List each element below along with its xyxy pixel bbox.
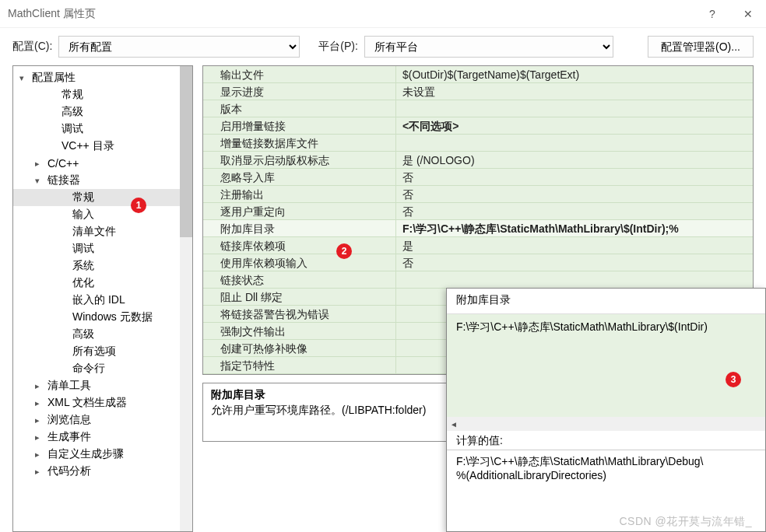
tree-item-label: 清单工具 [47, 379, 91, 393]
property-row[interactable]: 链接状态 [203, 271, 753, 289]
tree-item[interactable]: 高级 [13, 103, 180, 121]
platform-label: 平台(P): [318, 40, 358, 54]
tree-item-label: 系统 [72, 259, 94, 273]
tree-item-label: 常规 [72, 191, 94, 205]
tree-item[interactable]: 命令行 [13, 360, 180, 377]
property-row[interactable]: 注册输出否 [203, 186, 753, 203]
scroll-left-icon[interactable]: ◄ [447, 417, 461, 431]
platform-select[interactable]: 所有平台 [364, 36, 613, 58]
tree-scrollbar[interactable] [180, 66, 192, 531]
tree-item[interactable]: ▸生成事件 [13, 429, 180, 446]
property-value[interactable]: $(OutDir)$(TargetName)$(TargetExt) [396, 66, 753, 83]
property-name: 使用库依赖项输入 [203, 254, 396, 271]
config-manager-button[interactable]: 配置管理器(O)... [648, 36, 754, 58]
property-value[interactable]: 是 [396, 237, 753, 254]
property-row[interactable]: 使用库依赖项输入否 [203, 254, 753, 271]
property-name: 版本 [203, 100, 396, 117]
tree-item[interactable]: ▸浏览信息 [13, 411, 180, 429]
property-value[interactable]: <不同选项> [396, 117, 753, 135]
tree-item-label: VC++ 目录 [61, 139, 114, 153]
config-select[interactable]: 所有配置 [58, 36, 300, 58]
tree-item-label: 命令行 [72, 362, 105, 376]
property-value[interactable]: F:\学习\C++\静态库\StaticMath\MathLibrary\$(I… [396, 220, 753, 237]
property-row[interactable]: 忽略导入库否 [203, 169, 753, 186]
tree-item[interactable]: ▸代码分析 [13, 463, 180, 480]
property-row[interactable]: 启用增量链接<不同选项> [203, 117, 753, 135]
property-row[interactable]: 链接库依赖项是 [203, 237, 753, 254]
property-name: 启用增量链接 [203, 117, 396, 135]
property-name: 显示进度 [203, 83, 396, 100]
titlebar: MathClient 属性页 ? ✕ [0, 0, 766, 28]
tree-item[interactable]: Windows 元数据 [13, 309, 180, 326]
property-row[interactable]: 附加库目录F:\学习\C++\静态库\StaticMath\MathLibrar… [203, 220, 753, 237]
property-value[interactable]: 否 [396, 169, 753, 186]
tree-item-label: Windows 元数据 [72, 310, 153, 324]
property-value[interactable]: 是 (/NOLOGO) [396, 152, 753, 169]
popup-list: F:\学习\C++\静态库\StaticMath\MathLibrary\$(I… [447, 314, 765, 431]
tree-item[interactable]: 常规 [13, 86, 180, 103]
property-value[interactable] [396, 100, 753, 117]
popup-hscrollbar[interactable]: ◄ [447, 417, 765, 431]
tree-item[interactable]: 所有选项 [13, 343, 180, 360]
tree-item[interactable]: 调试 [13, 121, 180, 138]
property-value[interactable]: 否 [396, 254, 753, 271]
property-value[interactable] [396, 135, 753, 152]
tree-item-label: 配置属性 [32, 71, 76, 85]
tree-item[interactable]: 优化 [13, 275, 180, 292]
annotation-badge-2: 2 [336, 243, 352, 259]
tree-item[interactable]: 嵌入的 IDL [13, 292, 180, 309]
tree-item[interactable]: ▾链接器 [13, 172, 180, 189]
caret-icon: ▸ [35, 159, 46, 169]
tree-item-label: 输入 [72, 208, 94, 222]
tree-item[interactable]: ▸清单工具 [13, 377, 180, 394]
property-value[interactable] [396, 271, 753, 289]
property-row[interactable]: 增量链接数据库文件 [203, 135, 753, 152]
property-name: 创建可热修补映像 [203, 340, 396, 357]
tree-panel: ▾配置属性常规高级调试VC++ 目录▸C/C++▾链接器常规输入清单文件调试系统… [12, 65, 193, 532]
property-name: 取消显示启动版权标志 [203, 152, 396, 169]
tree-item-label: 所有选项 [72, 345, 116, 359]
annotation-badge-3: 3 [726, 372, 741, 387]
tree-item-label: 调试 [72, 242, 94, 256]
toolbar: 配置(C): 所有配置 平台(P): 所有平台 配置管理器(O)... [0, 28, 766, 65]
tree-item-label: 自定义生成步骤 [47, 447, 124, 461]
tree-item[interactable]: 清单文件 [13, 223, 180, 240]
tree-item[interactable]: 常规 [13, 189, 180, 206]
property-value[interactable]: 未设置 [396, 83, 753, 100]
property-name: 指定节特性 [203, 357, 396, 374]
tree-item[interactable]: ▾配置属性 [13, 69, 180, 86]
config-label: 配置(C): [12, 40, 52, 54]
property-row[interactable]: 显示进度未设置 [203, 83, 753, 100]
property-row[interactable]: 取消显示启动版权标志是 (/NOLOGO) [203, 152, 753, 169]
tree-item[interactable]: ▸XML 文档生成器 [13, 394, 180, 411]
property-row[interactable]: 输出文件$(OutDir)$(TargetName)$(TargetExt) [203, 66, 753, 83]
annotation-badge-1: 1 [131, 198, 146, 213]
tree-item-label: 浏览信息 [47, 413, 91, 427]
close-button[interactable]: ✕ [730, 0, 766, 28]
property-value[interactable]: 否 [396, 186, 753, 203]
property-value[interactable]: 否 [396, 203, 753, 220]
help-button[interactable]: ? [694, 0, 730, 28]
tree-item[interactable]: 系统 [13, 257, 180, 275]
tree-item[interactable]: 高级 [13, 326, 180, 343]
tree-item[interactable]: 输入 [13, 206, 180, 223]
tree-item[interactable]: 调试 [13, 240, 180, 257]
caret-icon: ▸ [35, 467, 46, 477]
property-name: 链接库依赖项 [203, 237, 396, 254]
property-name: 附加库目录 [203, 220, 396, 237]
caret-icon: ▸ [35, 432, 46, 443]
property-name: 注册输出 [203, 186, 396, 203]
property-row[interactable]: 版本 [203, 100, 753, 117]
property-name: 链接状态 [203, 271, 396, 289]
tree-item[interactable]: ▸自定义生成步骤 [13, 446, 180, 463]
caret-icon: ▾ [35, 176, 46, 186]
tree-item-label: C/C++ [47, 157, 79, 170]
tree-item-label: 生成事件 [47, 430, 91, 444]
property-name: 忽略导入库 [203, 169, 396, 186]
property-row[interactable]: 逐用户重定向否 [203, 203, 753, 220]
tree-item[interactable]: ▸C/C++ [13, 155, 180, 172]
popup-list-item[interactable]: F:\学习\C++\静态库\StaticMath\MathLibrary\$(I… [456, 319, 756, 334]
tree-item[interactable]: VC++ 目录 [13, 138, 180, 155]
tree-item-label: 代码分析 [47, 464, 91, 478]
popup-calc-label: 计算的值: [447, 431, 765, 450]
